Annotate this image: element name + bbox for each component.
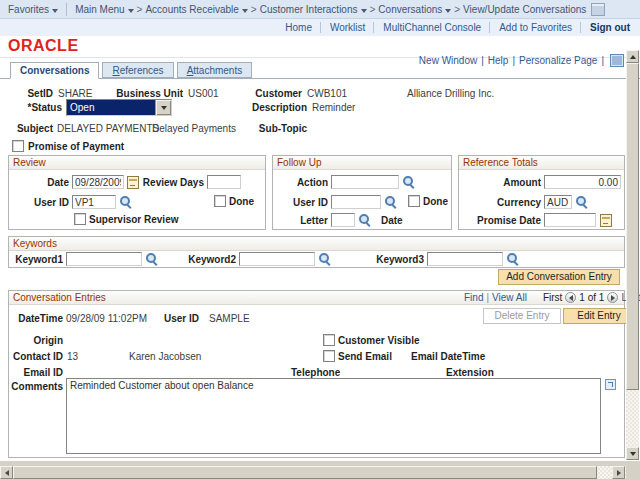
page-icon[interactable] — [591, 3, 605, 16]
follow-up-letter-input[interactable] — [331, 213, 355, 227]
add-to-favorites-link[interactable]: Add to Favorites — [489, 22, 572, 33]
sub-topic-label: Sub-Topic — [230, 123, 307, 134]
breadcrumb-separator: > — [370, 4, 376, 15]
tab-conversations[interactable]: Conversations — [10, 62, 99, 79]
scroll-down-button[interactable] — [626, 447, 639, 460]
follow-up-letter-label: Letter — [273, 215, 328, 226]
breadcrumb-item-conversations[interactable]: Conversations — [378, 4, 451, 15]
scroll-right-button[interactable] — [612, 466, 625, 479]
review-user-id-label: User ID — [9, 197, 69, 208]
magnifier-icon[interactable] — [358, 213, 371, 226]
vertical-scrollbar[interactable] — [626, 50, 639, 460]
send-email-checkbox[interactable] — [323, 350, 335, 362]
breadcrumb-item-accounts-receivable[interactable]: Accounts Receivable — [145, 4, 247, 15]
breadcrumb-separator: > — [454, 4, 460, 15]
contact-id-label: Contact ID — [9, 351, 63, 362]
status-label: *Status — [0, 102, 62, 113]
reference-totals-groupbox: Reference Totals Amount Currency Promise… — [458, 155, 625, 230]
origin-label: Origin — [9, 335, 63, 346]
conversation-entries-groupbox: Conversation Entries Find | View All Fir… — [8, 290, 625, 458]
breadcrumb-item-customer-interactions[interactable]: Customer Interactions — [260, 4, 367, 15]
multichannel-console-link[interactable]: MultiChannel Console — [373, 22, 481, 33]
horizontal-scroll-thumb[interactable] — [13, 466, 597, 479]
horizontal-scrollbar[interactable] — [0, 466, 626, 479]
keywords-group-title: Keywords — [9, 237, 624, 251]
review-date-label: Date — [9, 177, 69, 188]
chevron-down-icon — [52, 9, 58, 13]
contact-name-value: Karen Jacobsen — [129, 351, 201, 362]
breadcrumb-separator: > — [251, 4, 257, 15]
page-action-links: New Window | Help | Personalize Page | — [419, 54, 624, 67]
entry-datetime-value: 09/28/09 11:02PM — [66, 313, 147, 324]
calendar-icon[interactable] — [600, 214, 612, 227]
edit-entry-button[interactable]: Edit Entry — [563, 308, 635, 324]
arrow-left-icon — [5, 470, 9, 476]
business-unit-value: US001 — [188, 88, 219, 99]
follow-up-action-input[interactable] — [331, 175, 399, 189]
subject-description-value: Delayed Payments — [152, 123, 236, 134]
help-link[interactable]: Help — [488, 55, 509, 66]
follow-up-done-label: Done — [423, 196, 448, 207]
scroll-up-button[interactable] — [626, 50, 639, 63]
review-done-label: Done — [229, 196, 254, 207]
next-circle-icon[interactable] — [607, 292, 618, 303]
comments-textarea[interactable]: Reminded Customer about open Balance — [66, 378, 601, 454]
reference-totals-group-title: Reference Totals — [459, 156, 624, 170]
find-link[interactable]: Find — [464, 292, 483, 303]
promise-of-payment-checkbox[interactable] — [12, 140, 24, 152]
review-user-id-input[interactable] — [72, 195, 116, 209]
prev-circle-icon[interactable] — [565, 292, 576, 303]
magnifier-icon[interactable] — [575, 195, 588, 208]
new-window-link[interactable]: New Window — [419, 55, 477, 66]
follow-up-user-id-input[interactable] — [331, 195, 381, 209]
follow-up-date-label: Date — [381, 215, 403, 226]
magnifier-icon[interactable] — [119, 195, 132, 208]
tab-attachments[interactable]: Attachments — [177, 62, 253, 78]
telephone-label: Telephone — [291, 367, 340, 378]
customer-visible-checkbox[interactable] — [323, 334, 335, 346]
keyword1-input[interactable] — [66, 252, 142, 266]
personalize-page-link[interactable]: Personalize Page — [519, 55, 597, 66]
status-select[interactable]: Open — [66, 99, 172, 116]
link-separator: | — [601, 55, 604, 66]
sign-out-link[interactable]: Sign out — [580, 22, 630, 33]
supervisor-review-checkbox[interactable] — [74, 213, 86, 225]
worklist-link[interactable]: Worklist — [320, 22, 365, 33]
link-separator: | — [481, 55, 484, 66]
supervisor-review-label: Supervisor Review — [89, 214, 178, 225]
tab-references[interactable]: References — [102, 62, 173, 78]
send-email-label: Send Email — [338, 351, 392, 362]
review-done-checkbox[interactable] — [214, 195, 226, 207]
chevron-down-icon — [445, 9, 451, 13]
comments-label: Comments — [9, 381, 63, 392]
breadcrumb-item-main-menu[interactable]: Main Menu — [75, 4, 133, 15]
follow-up-action-label: Action — [273, 177, 328, 188]
select-dropdown-button[interactable] — [155, 100, 171, 115]
view-all-link[interactable]: View All — [492, 292, 527, 303]
amount-input[interactable] — [544, 175, 621, 189]
add-conversation-entry-button[interactable]: Add Conversation Entry — [498, 269, 620, 285]
zoom-icon[interactable] — [605, 379, 616, 390]
magnifier-icon[interactable] — [402, 175, 415, 188]
keyword2-input[interactable] — [239, 252, 315, 266]
arrow-down-icon — [630, 452, 636, 456]
home-link[interactable]: Home — [276, 22, 312, 33]
scroll-left-button[interactable] — [0, 466, 13, 479]
currency-input[interactable] — [544, 195, 572, 209]
follow-up-done-checkbox[interactable] — [408, 195, 420, 207]
follow-up-user-id-label: User ID — [273, 197, 328, 208]
favorites-menu[interactable]: Favorites — [8, 4, 58, 15]
magnifier-icon[interactable] — [506, 252, 519, 265]
review-days-input[interactable] — [207, 175, 241, 189]
breadcrumb-divider — [66, 3, 67, 16]
promise-date-input[interactable] — [544, 213, 596, 227]
grid-icon[interactable] — [610, 54, 624, 67]
subject-value: DELAYED PAYMENTS — [57, 123, 159, 134]
magnifier-icon[interactable] — [318, 252, 331, 265]
email-id-label: Email ID — [9, 367, 63, 378]
delete-entry-button[interactable]: Delete Entry — [483, 308, 561, 324]
magnifier-icon[interactable] — [384, 195, 397, 208]
vertical-scroll-thumb[interactable] — [626, 63, 639, 390]
keyword3-input[interactable] — [427, 252, 503, 266]
extension-label: Extension — [446, 367, 494, 378]
